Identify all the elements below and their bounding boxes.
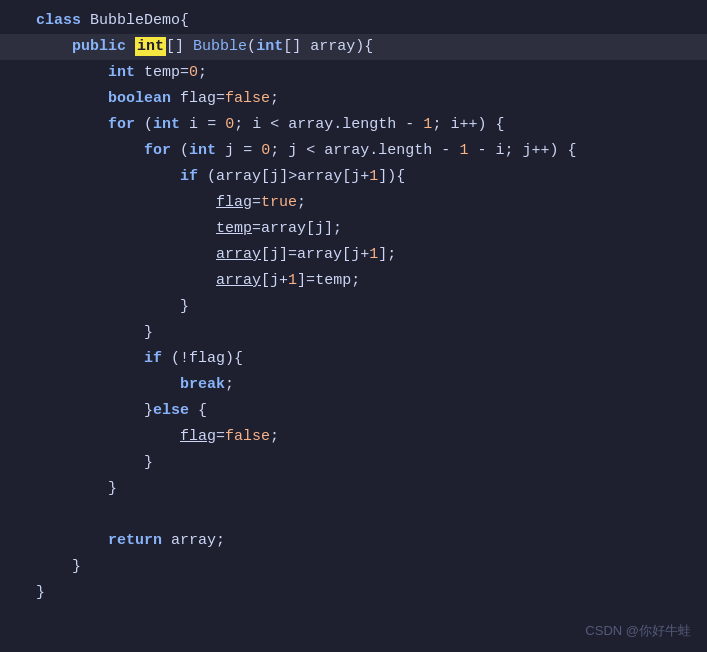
- code-line-23: }: [0, 580, 707, 606]
- code-line-16: }else {: [0, 398, 707, 424]
- code-line-11: array[j+1]=temp;: [0, 268, 707, 294]
- line-content-10: array[j]=array[j+1];: [36, 242, 396, 268]
- code-line-6: for (int j = 0; j < array.length - 1 - i…: [0, 138, 707, 164]
- line-content-13: }: [36, 320, 153, 346]
- line-content-7: if (array[j]>array[j+1]){: [36, 164, 405, 190]
- line-content-8: flag=true;: [36, 190, 306, 216]
- line-content-2: public int[] Bubble(int[] array){: [36, 34, 373, 60]
- code-line-17: flag=false;: [0, 424, 707, 450]
- code-line-15: break;: [0, 372, 707, 398]
- code-line-18: }: [0, 450, 707, 476]
- line-content-9: temp=array[j];: [36, 216, 342, 242]
- line-content-23: }: [36, 580, 45, 606]
- code-line-21: return array;: [0, 528, 707, 554]
- line-content-22: }: [36, 554, 81, 580]
- line-content-14: if (!flag){: [36, 346, 243, 372]
- code-line-19: }: [0, 476, 707, 502]
- code-line-9: temp=array[j];: [0, 216, 707, 242]
- line-content-15: break;: [36, 372, 234, 398]
- code-line-14: if (!flag){: [0, 346, 707, 372]
- line-content-5: for (int i = 0; i < array.length - 1; i+…: [36, 112, 504, 138]
- code-line-22: }: [0, 554, 707, 580]
- line-content-17: flag=false;: [36, 424, 279, 450]
- code-line-7: if (array[j]>array[j+1]){: [0, 164, 707, 190]
- line-content-16: }else {: [36, 398, 207, 424]
- code-line-13: }: [0, 320, 707, 346]
- line-content-4: boolean flag=false;: [36, 86, 279, 112]
- line-content-1: class BubbleDemo{: [36, 8, 189, 34]
- line-content-11: array[j+1]=temp;: [36, 268, 360, 294]
- line-content-20: [36, 502, 45, 528]
- code-line-5: for (int i = 0; i < array.length - 1; i+…: [0, 112, 707, 138]
- code-line-4: boolean flag=false;: [0, 86, 707, 112]
- line-content-18: }: [36, 450, 153, 476]
- line-content-3: int temp=0;: [36, 60, 207, 86]
- code-container: class BubbleDemo{ public int[] Bubble(in…: [0, 0, 707, 652]
- line-content-6: for (int j = 0; j < array.length - 1 - i…: [36, 138, 577, 164]
- code-line-2: public int[] Bubble(int[] array){: [0, 34, 707, 60]
- watermark: CSDN @你好牛蛙: [585, 622, 691, 640]
- line-content-19: }: [36, 476, 117, 502]
- code-line-3: int temp=0;: [0, 60, 707, 86]
- code-line-10: array[j]=array[j+1];: [0, 242, 707, 268]
- code-line-20: [0, 502, 707, 528]
- line-content-21: return array;: [36, 528, 225, 554]
- code-line-1: class BubbleDemo{: [0, 8, 707, 34]
- line-content-12: }: [36, 294, 189, 320]
- code-line-12: }: [0, 294, 707, 320]
- code-line-8: flag=true;: [0, 190, 707, 216]
